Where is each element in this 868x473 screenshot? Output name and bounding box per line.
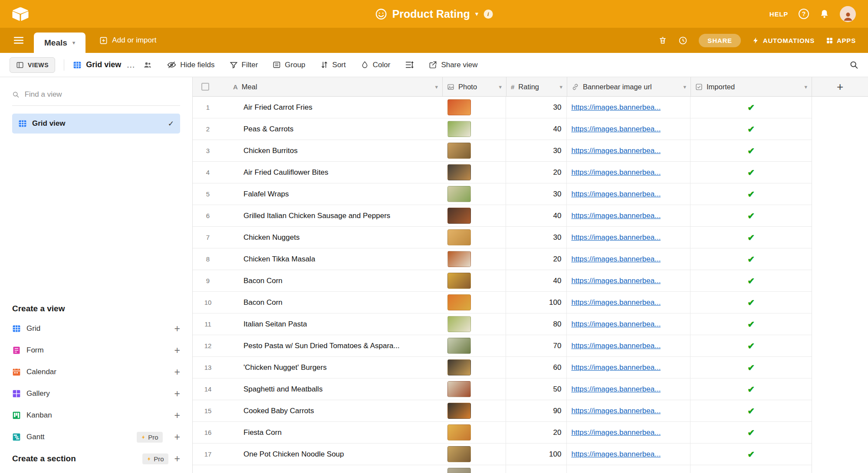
column-header-meal[interactable]: A Meal ▾ (193, 77, 443, 96)
photo-thumbnail[interactable] (447, 121, 471, 137)
imported-cell[interactable]: ✔ (690, 400, 812, 421)
table-row[interactable]: 8 Chicken Tikka Masala 20 https://images… (193, 248, 812, 270)
table-row[interactable]: 6 Grilled Italian Chicken Sausage and Pe… (193, 205, 812, 227)
imported-cell[interactable]: ✔ (690, 292, 812, 313)
view-more-menu[interactable]: … (126, 60, 136, 70)
meal-cell[interactable]: Air Fried Carrot Fries (243, 103, 312, 112)
sidebar-item-kanban[interactable]: Kanban + (12, 404, 180, 426)
meal-cell[interactable]: Falafel Wraps (243, 190, 289, 199)
table-row[interactable]: 13 'Chicken Nugget' Burgers 60 https://i… (193, 357, 812, 378)
bannerbear-url-link[interactable]: https://images.bannerbea... (571, 450, 661, 459)
photo-cell[interactable] (443, 227, 506, 248)
url-cell[interactable]: https://images.bannerbea... (567, 97, 690, 118)
photo-thumbnail[interactable] (447, 359, 471, 375)
rating-cell[interactable]: 40 (506, 205, 567, 226)
photo-cell[interactable] (443, 162, 506, 183)
color-button[interactable]: Color (361, 61, 391, 69)
hide-fields-button[interactable]: Hide fields (167, 60, 214, 69)
select-all-checkbox[interactable] (201, 83, 209, 91)
apps-button[interactable]: APPS (826, 37, 856, 44)
primary-cell[interactable]: 15 Cooked Baby Carrots (193, 400, 443, 421)
table-row[interactable]: 12 Pesto Pasta w/ Sun Dried Tomatoes & A… (193, 335, 812, 357)
add-view-icon[interactable]: + (174, 324, 180, 334)
share-button[interactable]: SHARE (699, 34, 741, 47)
sidebar-item-grid-view[interactable]: Grid view ✓ (12, 114, 180, 134)
imported-check-icon[interactable]: ✔ (747, 167, 755, 178)
imported-check-icon[interactable]: ✔ (747, 297, 755, 308)
sidebar-item-calendar[interactable]: Calendar + (12, 361, 180, 383)
photo-thumbnail[interactable] (447, 403, 471, 419)
bannerbear-url-link[interactable]: https://images.bannerbea... (571, 212, 661, 220)
photo-cell[interactable] (443, 140, 506, 161)
bannerbear-url-link[interactable]: https://images.bannerbea... (571, 298, 661, 307)
photo-cell[interactable] (443, 357, 506, 378)
history-icon[interactable] (678, 36, 687, 45)
imported-check-icon[interactable]: ✔ (747, 471, 755, 473)
tab-chevron-down-icon[interactable]: ▾ (72, 39, 76, 46)
chevron-down-icon[interactable]: ▾ (435, 84, 438, 90)
add-view-icon[interactable]: + (174, 367, 180, 377)
meal-cell[interactable]: Air Fried Cauliflower Bites (243, 168, 329, 177)
create-section-button[interactable]: Create a section Pro + (12, 448, 180, 470)
photo-thumbnail[interactable] (447, 99, 471, 115)
table-row[interactable]: 7 Chicken Nuggets 30 https://images.bann… (193, 227, 812, 248)
table-row[interactable]: 16 Fiesta Corn 20 https://images.bannerb… (193, 422, 812, 444)
photo-thumbnail[interactable] (447, 468, 471, 473)
imported-check-icon[interactable]: ✔ (747, 427, 755, 438)
meal-cell[interactable]: Peas & Carrots (243, 125, 293, 134)
imported-cell[interactable]: ✔ (690, 97, 812, 118)
imported-check-icon[interactable]: ✔ (747, 319, 755, 329)
column-header-photo[interactable]: Photo ▾ (443, 77, 506, 96)
views-toggle-button[interactable]: VIEWS (10, 57, 55, 73)
tab-meals[interactable]: Meals ▾ (34, 33, 85, 53)
url-cell[interactable]: https://images.bannerbea... (567, 357, 690, 378)
url-cell[interactable]: https://images.bannerbea... (567, 465, 690, 473)
meal-cell[interactable]: Grilled Italian Chicken Sausage and Pepp… (243, 212, 390, 220)
url-cell[interactable]: https://images.bannerbea... (567, 140, 690, 161)
add-field-icon[interactable]: + (837, 80, 843, 94)
primary-cell[interactable]: 8 Chicken Tikka Masala (193, 248, 443, 270)
photo-thumbnail[interactable] (447, 273, 471, 289)
photo-thumbnail[interactable] (447, 424, 471, 440)
imported-cell[interactable]: ✔ (690, 335, 812, 356)
imported-check-icon[interactable]: ✔ (747, 254, 755, 264)
meal-cell[interactable]: Cooked Baby Carrots (243, 407, 314, 415)
url-cell[interactable]: https://images.bannerbea... (567, 378, 690, 400)
imported-cell[interactable]: ✔ (690, 183, 812, 205)
primary-cell[interactable]: 12 Pesto Pasta w/ Sun Dried Tomatoes & A… (193, 335, 443, 356)
imported-cell[interactable]: ✔ (690, 357, 812, 378)
rating-cell[interactable]: 20 (506, 422, 567, 443)
share-view-button[interactable]: Share view (429, 61, 477, 69)
url-cell[interactable]: https://images.bannerbea... (567, 227, 690, 248)
rating-cell[interactable]: 30 (506, 183, 567, 205)
help-button[interactable]: HELP (769, 10, 788, 18)
url-cell[interactable]: https://images.bannerbea... (567, 248, 690, 270)
imported-cell[interactable]: ✔ (690, 205, 812, 226)
photo-cell[interactable] (443, 313, 506, 335)
trash-icon[interactable] (658, 36, 667, 45)
bannerbear-url-link[interactable]: https://images.bannerbea... (571, 190, 661, 199)
primary-cell[interactable]: 5 Falafel Wraps (193, 183, 443, 205)
bannerbear-url-link[interactable]: https://images.bannerbea... (571, 342, 661, 350)
primary-cell[interactable]: 18 (193, 465, 443, 473)
bannerbear-url-link[interactable]: https://images.bannerbea... (571, 233, 661, 242)
avatar[interactable] (840, 6, 856, 22)
table-row[interactable]: 5 Falafel Wraps 30 https://images.banner… (193, 183, 812, 205)
imported-cell[interactable]: ✔ (690, 422, 812, 443)
sidebar-item-gallery[interactable]: Gallery + (12, 383, 180, 404)
photo-thumbnail[interactable] (447, 294, 471, 310)
photo-cell[interactable] (443, 422, 506, 443)
meal-cell[interactable]: Spaghetti and Meatballs (243, 385, 322, 394)
photo-cell[interactable] (443, 292, 506, 313)
find-view-input[interactable] (25, 90, 180, 99)
rating-cell[interactable]: 20 (506, 248, 567, 270)
info-icon[interactable]: i (483, 10, 493, 19)
url-cell[interactable]: https://images.bannerbea... (567, 118, 690, 140)
primary-cell[interactable]: 13 'Chicken Nugget' Burgers (193, 357, 443, 378)
bannerbear-url-link[interactable]: https://images.bannerbea... (571, 147, 661, 155)
add-section-icon[interactable]: + (174, 454, 180, 464)
automations-button[interactable]: AUTOMATIONS (752, 37, 815, 44)
meal-cell[interactable]: Fiesta Corn (243, 428, 282, 437)
filter-button[interactable]: Filter (230, 61, 258, 69)
table-row[interactable]: 17 One Pot Chicken Noodle Soup 100 https… (193, 444, 812, 465)
